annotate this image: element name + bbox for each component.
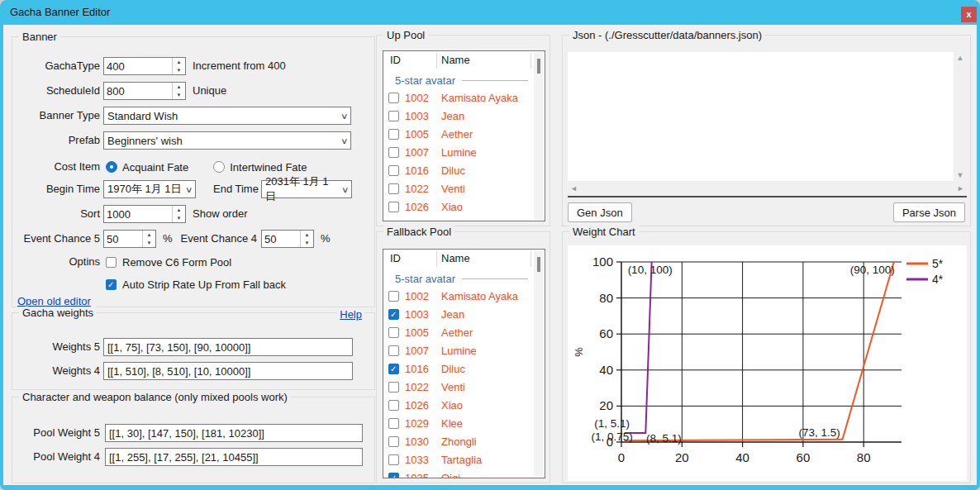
weights-4-input[interactable] (103, 362, 353, 380)
row-checkbox[interactable] (388, 364, 399, 374)
up-pool-scrollbar[interactable] (534, 52, 544, 220)
pool-row[interactable]: 1003Jean (383, 107, 533, 126)
open-old-editor-link[interactable]: Open old editor (17, 295, 91, 307)
row-checkbox[interactable] (388, 111, 399, 121)
pool-row[interactable]: 1002Kamisato Ayaka (383, 89, 533, 107)
column-header-id[interactable]: ID (390, 54, 401, 66)
spinner-down-icon[interactable]: ▼ (173, 91, 185, 99)
column-header-name[interactable]: Name (441, 54, 470, 66)
pool-row[interactable]: 1026Xiao (383, 397, 533, 415)
scheduleid-input[interactable] (104, 83, 172, 99)
row-id: 1029 (405, 417, 429, 430)
radio-intertwined-fate[interactable]: Intertwined Fate (213, 161, 307, 174)
spinner-down-icon[interactable]: ▼ (143, 239, 155, 247)
row-checkbox[interactable] (388, 382, 399, 392)
row-name: Venti (441, 183, 465, 195)
end-time-picker[interactable]: 2031年 1月 1日 ∨ (261, 180, 352, 198)
pool-row[interactable]: 1022Venti (383, 180, 533, 198)
arrow-down-icon[interactable]: ▼ (954, 171, 967, 179)
arrow-right-icon[interactable]: ► (957, 184, 964, 193)
column-header-id[interactable]: ID (390, 252, 401, 264)
spinner-up-icon[interactable]: ▲ (301, 231, 313, 239)
arrow-left-icon[interactable]: ◄ (570, 184, 578, 193)
json-vertical-scrollbar[interactable]: ▲ ▼ (954, 52, 967, 181)
gen-json-button[interactable]: Gen Json (568, 202, 632, 222)
pool-row[interactable]: 1033Tartaglia (383, 451, 533, 469)
pool-row[interactable]: 1007Lumine (383, 342, 533, 360)
fallback-pool-scrollbar[interactable] (534, 250, 544, 477)
spinner-up-icon[interactable]: ▲ (173, 206, 185, 214)
pool-row[interactable]: 1016Diluc (383, 360, 533, 378)
event-chance-4-input[interactable] (262, 231, 300, 247)
banner-type-select[interactable]: Standard Wish ∨ (103, 107, 351, 125)
scrollbar-thumb[interactable] (537, 257, 540, 272)
spinner-down-icon[interactable]: ▼ (301, 239, 313, 247)
row-name: Qiqi (441, 472, 460, 478)
row-checkbox[interactable] (388, 147, 399, 158)
checkbox-icon[interactable] (106, 279, 117, 290)
weights-5-label: Weights 5 (12, 338, 100, 356)
gacha-banner-editor-window: Gacha Banner Editor x Banner GachaType ▲… (0, 0, 980, 490)
pool-row[interactable]: 1002Kamisato Ayaka (383, 288, 533, 306)
row-checkbox[interactable] (388, 345, 399, 356)
spinner-down-icon[interactable]: ▼ (173, 66, 185, 74)
arrow-up-icon[interactable]: ▲ (954, 54, 967, 62)
pool-row[interactable]: 1030Zhongli (383, 433, 533, 451)
spinner-up-icon[interactable]: ▲ (173, 83, 185, 91)
svg-text:80: 80 (857, 450, 871, 464)
json-textarea[interactable] (568, 52, 967, 181)
row-checkbox[interactable] (388, 291, 399, 302)
pool-row[interactable]: 1022Venti (383, 378, 533, 397)
json-horizontal-scrollbar[interactable]: ◄ ► (568, 183, 967, 195)
row-checkbox[interactable] (388, 129, 399, 140)
svg-text:0: 0 (618, 450, 625, 464)
spinner-down-icon[interactable]: ▼ (173, 214, 185, 222)
prefab-select[interactable]: Beginners' wish ∨ (103, 131, 351, 150)
pool-row[interactable]: 1035Qiqi (383, 469, 533, 478)
row-checkbox[interactable] (388, 165, 399, 176)
pool-row[interactable]: 1029Klee (383, 415, 533, 433)
help-link[interactable]: Help (337, 308, 364, 321)
sort-input[interactable] (104, 206, 172, 222)
column-divider (530, 251, 531, 267)
radio-icon[interactable] (106, 161, 117, 173)
pool-row[interactable]: 1026Xiao (383, 198, 533, 216)
pool-row[interactable]: 1007Lumine (383, 144, 533, 162)
row-checkbox[interactable] (388, 309, 399, 320)
row-checkbox[interactable] (388, 93, 399, 103)
radio-icon[interactable] (213, 161, 225, 173)
radio-acquaint-fate[interactable]: Acquaint Fate (106, 161, 188, 174)
close-button[interactable]: x (961, 7, 977, 22)
spinner-up-icon[interactable]: ▲ (173, 58, 185, 66)
row-checkbox[interactable] (388, 202, 399, 212)
checkbox-remove-c6[interactable]: Remove C6 Form Pool (106, 253, 231, 271)
checkbox-auto-strip[interactable]: Auto Strip Rate Up From Fall back (106, 275, 286, 293)
weight-chart: 020406080100020406080(10, 100)(90, 100)(… (568, 245, 967, 481)
pool-row[interactable]: 1003Jean (383, 306, 533, 324)
row-checkbox[interactable] (388, 327, 399, 338)
column-header-name[interactable]: Name (441, 252, 470, 264)
row-id: 1016 (405, 363, 429, 375)
spinner-up-icon[interactable]: ▲ (143, 231, 155, 239)
pool-row[interactable]: 1016Diluc (383, 162, 533, 180)
row-checkbox[interactable] (388, 183, 399, 194)
row-checkbox[interactable] (388, 400, 399, 411)
row-checkbox[interactable] (388, 454, 399, 465)
chevron-down-icon: ∨ (185, 185, 193, 194)
checkbox-icon[interactable] (106, 257, 117, 268)
pool-weight-5-input[interactable] (105, 424, 363, 442)
event-chance-5-input[interactable] (104, 231, 142, 247)
row-checkbox[interactable] (388, 418, 399, 429)
weights-5-input[interactable] (103, 338, 353, 356)
pool-row[interactable]: 1005Aether (383, 126, 533, 144)
row-checkbox[interactable] (388, 436, 399, 447)
pool-weight-4-input[interactable] (105, 448, 363, 466)
pool-row[interactable]: 1005Aether (383, 324, 533, 342)
row-id: 1033 (405, 454, 429, 466)
scrollbar-thumb[interactable] (537, 59, 540, 74)
row-checkbox[interactable] (388, 473, 399, 478)
begin-time-picker[interactable]: 1970年 1月 1日 ∨ (103, 180, 196, 198)
section-label: 5-star avatar (395, 74, 455, 87)
parse-json-button[interactable]: Parse Json (893, 202, 965, 222)
gachatype-input[interactable] (104, 58, 172, 74)
